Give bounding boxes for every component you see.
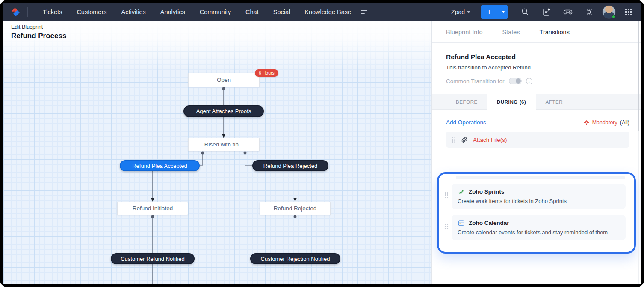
panel-scrollbar[interactable] [638,21,639,284]
state-node-open[interactable]: Open [188,73,260,87]
nav-item-community[interactable]: Community [192,9,238,15]
add-button[interactable]: + [481,5,508,19]
phase-tab-after[interactable]: AFTER [536,94,573,109]
drag-handle-icon[interactable] [445,192,448,198]
nav-item-knowledge-base[interactable]: Knowledge Base [297,9,358,15]
common-transition-toggle[interactable] [509,78,522,84]
workspace-switcher[interactable]: Zpad [451,9,470,15]
add-dropdown-caret[interactable] [498,11,508,13]
operation-zoho-calendar[interactable]: Zoho Calendar Create calendar events for… [452,215,626,240]
operation-description: Create calendar events for tickets and s… [458,229,620,236]
apps-grid-icon[interactable] [620,3,637,21]
common-transition-label: Common Transition for [446,78,505,84]
nav-item-customers[interactable]: Customers [69,9,114,15]
mandatory-label: Mandatory [592,120,617,126]
transition-node-agent-attaches-proofs[interactable]: Agent Attaches Proofs [183,105,264,117]
phase-tab-during[interactable]: DURING (6) [487,94,536,110]
operation-name: Attach File(s) [473,137,507,143]
tab-transitions[interactable]: Transitions [540,29,570,42]
transition-description: This transition to Accepted Refund. [446,64,626,71]
breadcrumb: Edit Blueprint [11,24,66,30]
workspace-label: Zpad [451,9,465,15]
transition-title: Refund Plea Accepted [446,53,626,61]
phase-tabs: BEFORE DURING (6) AFTER [432,94,641,110]
nav-item-analytics[interactable]: Analytics [153,9,192,15]
clipped-row [456,176,625,179]
operation-zoho-sprints[interactable]: Zoho Sprints Create work items for ticke… [452,184,626,209]
operation-name: Zoho Calendar [469,220,509,226]
operation-description: Create work items for tickets in Zoho Sp… [458,198,620,204]
zoho-sprints-icon [458,188,465,195]
zoho-logo-icon[interactable] [3,6,27,18]
chevron-down-icon [467,11,470,13]
state-node-rised-with-fin[interactable]: Rised with fin... [188,138,260,151]
page-title: Refund Process [11,32,66,40]
feeds-icon[interactable] [538,3,555,21]
state-node-refund-rejected[interactable]: Refund Rejected [260,202,331,215]
paperclip-icon [461,136,468,144]
drag-handle-icon[interactable] [445,224,448,229]
nav-item-social[interactable]: Social [266,9,298,15]
transition-node-refund-plea-rejected[interactable]: Refund Plea Rejected [252,160,328,171]
tab-states[interactable]: States [502,29,520,42]
search-icon[interactable] [517,3,534,21]
gamescope-icon[interactable] [559,3,576,21]
nav-item-tickets[interactable]: Tickets [35,9,69,15]
transition-node-customer-refund-notified[interactable]: Customer Refund Notified [111,253,195,264]
mandatory-gear-icon [583,119,590,126]
plus-icon[interactable]: + [481,5,498,19]
mandatory-setting[interactable]: Mandatory (All) [583,119,629,126]
blueprint-canvas[interactable]: Edit Blueprint Refund Process Open 6 Hou… [3,21,432,284]
panel-tabs: Blueprint Info States Transitions [432,21,641,43]
zoho-calendar-icon [458,219,465,227]
phase-tab-before[interactable]: BEFORE [446,94,487,109]
flow-connectors [3,21,432,284]
info-icon[interactable]: i [526,78,532,84]
mandatory-scope: (All) [620,120,629,126]
settings-gear-icon[interactable] [581,3,598,21]
add-operations-link[interactable]: Add Operations [446,119,486,126]
tab-blueprint-info[interactable]: Blueprint Info [446,29,482,42]
nav-item-chat[interactable]: Chat [238,9,266,15]
transition-node-refund-plea-accepted[interactable]: Refund Plea Accepted [120,160,200,171]
app-window: Tickets Customers Activities Analytics C… [0,0,644,287]
drag-handle-icon[interactable] [452,137,455,143]
transition-node-customer-rejection-notified[interactable]: Customer Rejection Notified [250,253,340,264]
user-avatar[interactable] [602,5,616,19]
operation-attach-files[interactable]: Attach File(s) [446,132,629,148]
top-navbar: Tickets Customers Activities Analytics C… [3,3,641,21]
state-node-refund-initiated[interactable]: Refund Initiated [117,202,188,215]
operation-name: Zoho Sprints [469,188,504,195]
nav-divider [27,7,28,17]
nav-more-icon[interactable] [361,10,369,14]
operation-zoho-sprints-row: Zoho Sprints Create work items for ticke… [445,184,626,209]
highlighted-operations-group: Zoho Sprints Create work items for ticke… [437,172,636,254]
transition-detail-panel: Blueprint Info States Transitions Refund… [432,21,641,284]
online-status-dot [612,15,616,19]
nav-item-activities[interactable]: Activities [114,9,153,15]
operation-zoho-calendar-row: Zoho Calendar Create calendar events for… [445,215,626,240]
sla-badge: 6 Hours [255,69,278,77]
